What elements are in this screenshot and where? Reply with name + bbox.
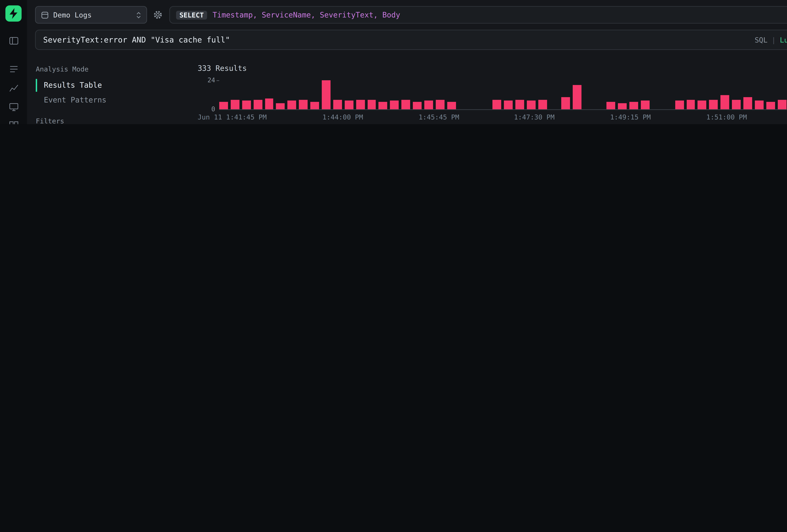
histogram-bar[interactable] (686, 100, 695, 109)
nav-rail: ? U (0, 0, 27, 124)
x-axis-tick-label: Jun 11 1:41:45 PM (198, 113, 267, 121)
results-count: 333 Results (198, 64, 247, 73)
histogram-bar[interactable] (607, 102, 615, 109)
nav-dashboards-icon[interactable] (5, 118, 22, 124)
source-select-value: Demo Logs (54, 11, 92, 19)
histogram-bar[interactable] (424, 101, 433, 109)
x-axis-labels: Jun 11 1:41:45 PM1:44:00 PM1:45:45 PM1:4… (219, 113, 787, 121)
histogram-bar[interactable] (515, 100, 524, 109)
histogram-bar[interactable] (721, 95, 729, 109)
topbar: Demo Logs SELECT Timestamp, ServiceName,… (27, 0, 787, 56)
results-section: 333 Results Scanned Rows: 788242 24 0 Ju… (192, 56, 787, 124)
app-root: ? U Demo Logs SELECT Timestamp, Service (0, 0, 787, 124)
histogram-bar[interactable] (344, 101, 353, 109)
histogram-bar[interactable] (390, 101, 399, 109)
histogram-bar[interactable] (367, 100, 376, 109)
histogram-bar[interactable] (743, 97, 752, 109)
filters-label: Filters (36, 118, 184, 124)
y-axis-tick (217, 80, 219, 81)
histogram-bar[interactable] (630, 102, 638, 109)
histogram-bar[interactable] (231, 100, 239, 109)
histogram-bar[interactable] (447, 102, 456, 109)
histogram-bar[interactable] (356, 100, 365, 109)
x-axis-tick-label: 1:51:00 PM (706, 113, 747, 121)
histogram-bar[interactable] (709, 100, 718, 109)
results-histogram: 24 0 Jun 11 1:41:45 PM1:44:00 PM1:45:45 … (198, 75, 787, 121)
language-sql-option[interactable]: SQL (755, 36, 767, 44)
histogram-bar[interactable] (675, 101, 684, 109)
select-clause-input[interactable]: SELECT Timestamp, ServiceName, SeverityT… (169, 6, 787, 24)
source-settings-button[interactable] (153, 10, 163, 20)
database-icon (41, 11, 48, 19)
histogram-bar[interactable] (379, 102, 387, 109)
histogram-bar[interactable] (732, 100, 741, 109)
x-axis-tick-label: 1:45:45 PM (419, 113, 459, 121)
histogram-bar[interactable] (413, 102, 422, 109)
histogram-bar[interactable] (572, 85, 581, 109)
x-axis-tick-label: 1:47:30 PM (514, 113, 554, 121)
histogram-bar[interactable] (322, 80, 331, 109)
histogram-bar[interactable] (276, 103, 285, 109)
y-axis-max-label: 24 (198, 76, 215, 84)
query-row: Demo Logs SELECT Timestamp, ServiceName,… (35, 6, 787, 24)
x-axis-tick-label: 1:49:15 PM (610, 113, 651, 121)
select-chevrons-icon (136, 11, 141, 19)
nav-panel-icon[interactable] (5, 33, 22, 49)
histogram-bar[interactable] (755, 101, 763, 109)
lightning-logo-icon (9, 8, 18, 19)
nav-sessions-icon[interactable] (5, 99, 22, 115)
gear-icon (153, 10, 163, 20)
nav-logs-icon[interactable] (5, 61, 22, 77)
select-keyword-chip: SELECT (176, 10, 207, 19)
language-divider: | (771, 36, 776, 44)
histogram-bar[interactable] (402, 100, 410, 109)
histogram-bar[interactable] (333, 100, 342, 109)
histogram-bar[interactable] (493, 100, 501, 109)
histogram-bar[interactable] (527, 101, 535, 109)
x-axis-tick-label: 1:44:00 PM (322, 113, 363, 121)
histogram-bar[interactable] (436, 100, 444, 109)
y-axis-min-label: 0 (200, 105, 215, 113)
nav-chart-explorer-icon[interactable] (5, 80, 22, 96)
select-columns-text: Timestamp, ServiceName, SeverityText, Bo… (213, 10, 400, 19)
histogram-bar[interactable] (766, 102, 775, 109)
histogram-bar[interactable] (504, 101, 513, 109)
language-lucene-option[interactable]: Lucene (780, 36, 787, 44)
histogram-bar[interactable] (219, 102, 228, 109)
histogram-bar[interactable] (311, 102, 319, 109)
mode-results-table[interactable]: Results Table (36, 79, 184, 92)
histogram-bar[interactable] (561, 97, 570, 109)
histogram-bar[interactable] (641, 101, 650, 109)
histogram-bar[interactable] (299, 100, 308, 109)
histogram-bar[interactable] (253, 100, 262, 109)
search-box: SQL | Lucene (35, 30, 787, 50)
mode-event-patterns[interactable]: Event Patterns (36, 94, 184, 107)
histogram-bar[interactable] (618, 103, 626, 109)
histogram-bars[interactable] (219, 80, 787, 110)
language-toggle: SQL | Lucene (755, 36, 787, 44)
search-input[interactable] (43, 35, 749, 45)
histogram-bar[interactable] (538, 100, 547, 109)
app-logo[interactable] (5, 5, 22, 22)
main-column: Demo Logs SELECT Timestamp, ServiceName,… (27, 0, 787, 124)
filters-panel: Analysis Mode Results Table Event Patter… (27, 56, 192, 124)
results-header: 333 Results Scanned Rows: 788242 (198, 64, 787, 73)
histogram-bar[interactable] (288, 101, 296, 109)
histogram-bar[interactable] (242, 101, 251, 109)
histogram-bar[interactable] (698, 101, 706, 109)
content: Analysis Mode Results Table Event Patter… (27, 56, 787, 124)
analysis-mode-label: Analysis Mode (36, 65, 184, 73)
source-select[interactable]: Demo Logs (35, 6, 147, 24)
search-row: SQL | Lucene Jun 11 13:41:52 - Jun 11 13… (35, 30, 787, 50)
histogram-bar[interactable] (265, 98, 273, 109)
histogram-bar[interactable] (778, 100, 786, 109)
